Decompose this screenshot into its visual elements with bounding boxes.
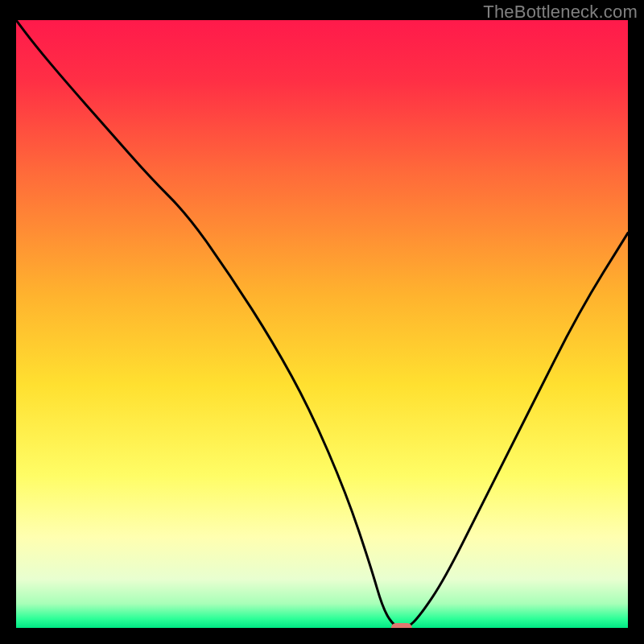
watermark-label: TheBottleneck.com — [483, 2, 638, 23]
gradient-background — [16, 20, 628, 628]
bottleneck-marker — [391, 623, 412, 628]
chart-svg — [16, 20, 628, 628]
plot-area — [16, 20, 628, 628]
chart-frame: TheBottleneck.com — [0, 0, 644, 644]
